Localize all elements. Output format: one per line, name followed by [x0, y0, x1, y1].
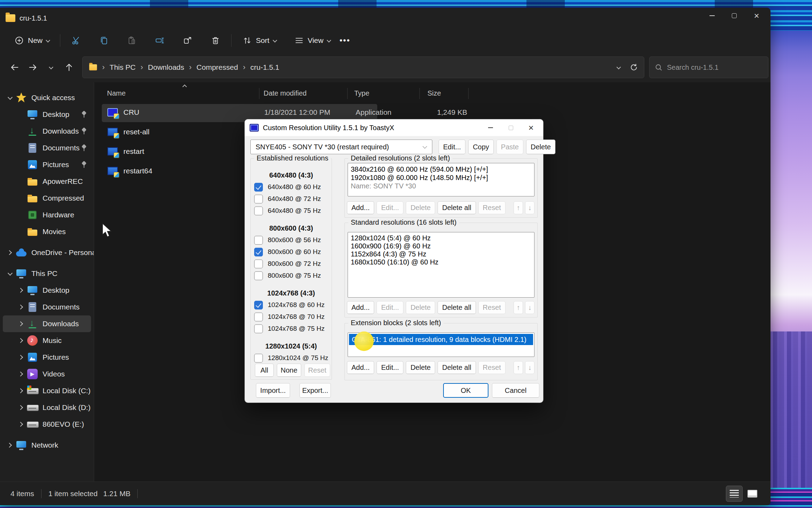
checkbox-icon[interactable]: [254, 248, 263, 256]
checkbox-icon[interactable]: [254, 313, 263, 321]
checkbox-icon[interactable]: [254, 354, 263, 363]
expand-chevron-icon[interactable]: [8, 250, 13, 255]
expand-chevron-icon[interactable]: [19, 388, 24, 393]
back-button[interactable]: [6, 59, 24, 76]
standard-button[interactable]: Delete all: [438, 301, 476, 314]
resolution-checkbox-row[interactable]: 1024x768 @ 75 Hz: [251, 323, 332, 335]
sidebar-item[interactable]: Desktop: [3, 282, 91, 299]
standard-button[interactable]: Edit...: [377, 301, 403, 314]
expand-chevron-icon[interactable]: [19, 422, 24, 427]
resolution-checkbox-row[interactable]: 1280x1024 @ 75 Hz: [251, 352, 332, 364]
extension-button[interactable]: Delete all: [438, 361, 476, 374]
listbox-item[interactable]: Name: SONY TV *30: [348, 182, 534, 190]
checkbox-icon[interactable]: [254, 207, 263, 215]
column-separator[interactable]: [419, 88, 420, 99]
display-action-button[interactable]: Edit...: [439, 140, 465, 154]
resolution-checkbox-row[interactable]: 800x600 @ 72 Hz: [251, 258, 332, 270]
expand-chevron-icon[interactable]: [19, 179, 24, 184]
refresh-icon[interactable]: [629, 63, 638, 72]
column-header-type[interactable]: Type: [354, 89, 369, 97]
expand-chevron-icon[interactable]: [19, 355, 24, 360]
copy-button[interactable]: [94, 32, 113, 48]
extension-button[interactable]: Add...: [347, 361, 374, 374]
sidebar-item[interactable]: This PC: [3, 265, 91, 282]
standard-button[interactable]: Delete: [406, 301, 435, 314]
listbox-item[interactable]: 1280x1024 (5:4) @ 60 Hz: [348, 234, 534, 242]
checkbox-icon[interactable]: [254, 183, 263, 192]
sidebar-item[interactable]: Videos: [3, 366, 91, 382]
sidebar-item[interactable]: Local Disk (D:): [3, 399, 91, 416]
cancel-button[interactable]: Cancel: [492, 383, 539, 398]
paste-button[interactable]: [122, 32, 141, 48]
sidebar-item[interactable]: Music: [3, 332, 91, 349]
search-input[interactable]: [667, 64, 763, 72]
detailed-resolutions-listbox[interactable]: 3840x2160 @ 60.000 Hz (594.00 MHz) [+/+]…: [348, 163, 534, 196]
expand-chevron-icon[interactable]: [19, 212, 24, 217]
expand-chevron-icon[interactable]: [19, 338, 24, 343]
expand-chevron-icon[interactable]: [8, 95, 13, 100]
sidebar-item[interactable]: Documents: [3, 299, 91, 315]
resolution-checkbox-row[interactable]: 800x600 @ 75 Hz: [251, 270, 332, 282]
up-button[interactable]: [60, 59, 78, 76]
breadcrumb-segment[interactable]: Compressed: [196, 62, 239, 73]
sidebar-item[interactable]: ApowerREC: [3, 173, 91, 190]
checkbox-icon[interactable]: [254, 236, 263, 245]
column-separator[interactable]: [259, 88, 259, 99]
listbox-item[interactable]: CTA-861: 1 detailed resolution, 9 data b…: [349, 334, 533, 345]
minimize-button[interactable]: [701, 8, 723, 24]
extension-blocks-listbox[interactable]: CTA-861: 1 detailed resolution, 9 data b…: [348, 333, 534, 357]
more-options-button[interactable]: •••: [335, 36, 355, 45]
resolution-checkbox-row[interactable]: 800x600 @ 60 Hz: [251, 246, 332, 258]
resolution-checkbox-row[interactable]: 1024x768 @ 60 Hz: [251, 299, 332, 311]
expand-chevron-icon[interactable]: [8, 271, 13, 276]
listbox-item[interactable]: 1600x900 (16:9) @ 60 Hz: [348, 242, 534, 250]
new-button[interactable]: New: [10, 32, 54, 48]
share-button[interactable]: [178, 32, 197, 48]
forward-button[interactable]: [24, 59, 42, 76]
search-box[interactable]: [649, 57, 768, 78]
sidebar-item[interactable]: Movies: [3, 223, 91, 240]
column-separator[interactable]: [347, 88, 348, 99]
expand-chevron-icon[interactable]: [19, 145, 24, 150]
checkbox-icon[interactable]: [254, 324, 263, 333]
extension-button[interactable]: Reset: [478, 361, 506, 374]
sidebar-item[interactable]: Downloads: [3, 123, 91, 140]
view-button[interactable]: View: [290, 32, 335, 48]
sidebar-item[interactable]: Downloads: [3, 315, 91, 332]
detailed-button[interactable]: Edit...: [377, 201, 403, 214]
expand-chevron-icon[interactable]: [19, 112, 24, 117]
expand-chevron-icon[interactable]: [19, 229, 24, 234]
listbox-item[interactable]: 3840x2160 @ 60.000 Hz (594.00 MHz) [+/+]: [348, 165, 534, 173]
expand-chevron-icon[interactable]: [8, 443, 13, 448]
established-button[interactable]: All: [255, 364, 274, 377]
sidebar-item[interactable]: Desktop: [3, 106, 91, 123]
checkbox-icon[interactable]: [254, 271, 263, 280]
large-icons-view-button[interactable]: [744, 486, 761, 502]
expand-chevron-icon[interactable]: [19, 305, 24, 309]
dialog-minimize-button[interactable]: [480, 119, 501, 136]
expand-chevron-icon[interactable]: [19, 196, 24, 201]
expand-chevron-icon[interactable]: [19, 372, 24, 376]
listbox-item[interactable]: 1152x864 (4:3) @ 75 Hz: [348, 250, 534, 258]
sidebar-item[interactable]: Quick access: [3, 89, 91, 106]
established-button[interactable]: Reset: [304, 364, 330, 377]
sort-button[interactable]: Sort: [238, 32, 281, 48]
expand-chevron-icon[interactable]: [19, 162, 24, 167]
resolution-checkbox-row[interactable]: 800x600 @ 56 Hz: [251, 234, 332, 246]
standard-resolutions-listbox[interactable]: 1280x1024 (5:4) @ 60 Hz1600x900 (16:9) @…: [348, 232, 534, 298]
ok-button[interactable]: OK: [443, 383, 488, 398]
delete-button[interactable]: [206, 32, 225, 48]
maximize-button[interactable]: [723, 8, 745, 24]
import-button[interactable]: Import...: [256, 383, 290, 398]
sidebar-item[interactable]: Local Disk (C:): [3, 382, 91, 399]
column-separator[interactable]: [468, 88, 469, 99]
resolution-checkbox-row[interactable]: 640x480 @ 60 Hz: [251, 181, 332, 193]
expand-chevron-icon[interactable]: [19, 288, 24, 293]
sidebar-item[interactable]: Documents: [3, 140, 91, 156]
dialog-close-button[interactable]: ×: [521, 119, 541, 136]
sidebar-item[interactable]: OneDrive - Personal: [3, 244, 91, 261]
expand-chevron-icon[interactable]: [19, 321, 24, 326]
sidebar-item[interactable]: Pictures: [3, 156, 91, 173]
listbox-item[interactable]: 1680x1050 (16:10) @ 60 Hz: [348, 258, 534, 266]
checkbox-icon[interactable]: [254, 195, 263, 203]
